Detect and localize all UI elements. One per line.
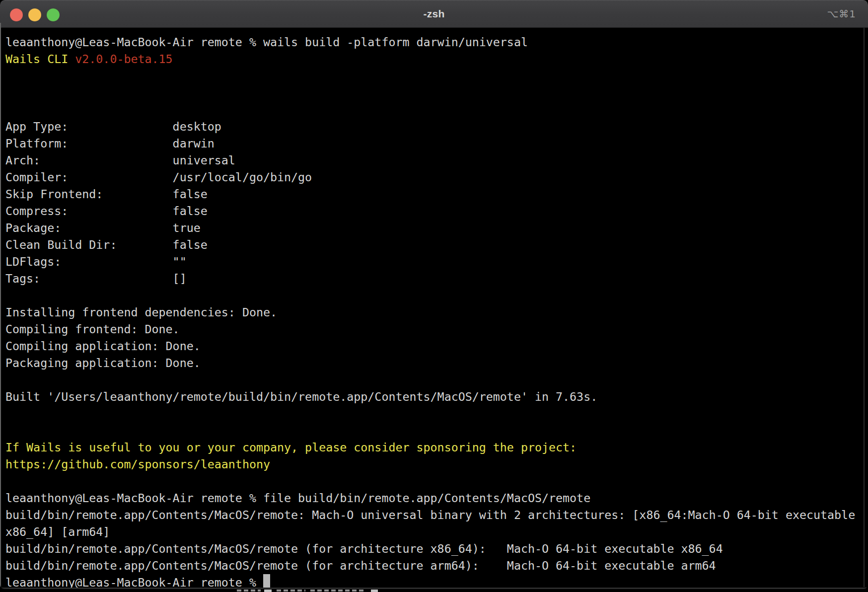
terminal-line: Wails CLI v2.0.0-beta.15 bbox=[5, 51, 868, 68]
terminal-line: App Type: desktop bbox=[5, 118, 868, 135]
terminal-line bbox=[5, 68, 868, 84]
keyboard-shortcut-badge: ⌥⌘1 bbox=[827, 0, 856, 28]
text-segment: Compiling application: Done. bbox=[5, 339, 201, 353]
terminal-line: build/bin/remote.app/Contents/MacOS/remo… bbox=[5, 557, 868, 574]
terminal-line: Clean Build Dir: false bbox=[5, 236, 868, 253]
text-segment: build/bin/remote.app/Contents/MacOS/remo… bbox=[5, 508, 855, 521]
text-segment: Compiler: /usr/local/go/bin/go bbox=[5, 170, 312, 184]
text-segment: Packaging application: Done. bbox=[5, 356, 201, 370]
terminal-line: leaanthony@Leas-MacBook-Air remote % fil… bbox=[5, 490, 868, 507]
window-titlebar[interactable]: -zsh ⌥⌘1 bbox=[0, 0, 868, 28]
text-segment: Compiling frontend: Done. bbox=[5, 322, 180, 336]
window-right-edge bbox=[864, 28, 865, 587]
text-segment: Arch: universal bbox=[5, 153, 235, 167]
background-window-sliver bbox=[237, 590, 386, 592]
background-window-text-fragment bbox=[264, 590, 272, 592]
terminal-line bbox=[5, 101, 868, 118]
terminal-line: Built '/Users/leaanthony/remote/build/bi… bbox=[5, 388, 868, 405]
text-segment: LDFlags: "" bbox=[5, 255, 187, 268]
terminal-line: Packaging application: Done. bbox=[5, 355, 868, 371]
text-segment: leaanthony@Leas-MacBook-Air remote % fil… bbox=[5, 491, 590, 505]
background-window-text-fragment bbox=[237, 590, 261, 592]
terminal-line: leaanthony@Leas-MacBook-Air remote % bbox=[5, 574, 868, 589]
terminal-line: https://github.com/sponsors/leaanthony bbox=[5, 456, 868, 473]
text-segment: build/bin/remote.app/Contents/MacOS/remo… bbox=[5, 559, 716, 572]
window-bottom-edge bbox=[0, 588, 868, 589]
text-segment: Clean Build Dir: false bbox=[5, 238, 208, 251]
terminal-line bbox=[5, 371, 868, 388]
text-segment: Wails CLI bbox=[5, 52, 75, 66]
terminal-line bbox=[5, 473, 868, 490]
terminal-line bbox=[5, 84, 868, 101]
text-segment: Installing frontend dependencies: Done. bbox=[5, 305, 277, 319]
terminal-line: Compress: false bbox=[5, 203, 868, 220]
terminal-line bbox=[5, 287, 868, 304]
terminal-line: Package: true bbox=[5, 220, 868, 236]
background-window-text-fragment bbox=[277, 590, 305, 592]
text-segment: App Type: desktop bbox=[5, 120, 221, 133]
terminal-line bbox=[5, 405, 868, 422]
terminal-line: build/bin/remote.app/Contents/MacOS/remo… bbox=[5, 540, 868, 557]
window-left-edge bbox=[0, 23, 1, 588]
text-segment: Built '/Users/leaanthony/remote/build/bi… bbox=[5, 390, 597, 403]
terminal-line bbox=[5, 422, 868, 439]
text-segment: leaanthony@Leas-MacBook-Air remote % wai… bbox=[5, 35, 528, 49]
terminal-cursor bbox=[263, 574, 270, 589]
terminal-line: Compiler: /usr/local/go/bin/go bbox=[5, 169, 868, 186]
text-segment: Compress: false bbox=[5, 204, 208, 218]
text-segment: Skip Frontend: false bbox=[5, 187, 208, 201]
background-window-text-fragment bbox=[310, 590, 365, 592]
terminal-line: Tags: [] bbox=[5, 270, 868, 287]
background-window-text-fragment bbox=[371, 590, 378, 592]
terminal-line: Arch: universal bbox=[5, 152, 868, 169]
text-segment: x86_64] [arm64] bbox=[5, 525, 110, 538]
terminal-screen[interactable]: leaanthony@Leas-MacBook-Air remote % wai… bbox=[0, 28, 868, 589]
terminal-line: build/bin/remote.app/Contents/MacOS/remo… bbox=[5, 507, 868, 523]
terminal-line: leaanthony@Leas-MacBook-Air remote % wai… bbox=[5, 34, 868, 51]
text-segment: Platform: darwin bbox=[5, 137, 215, 150]
terminal-line: If Wails is useful to you or your compan… bbox=[5, 439, 868, 456]
text-segment: If Wails is useful to you or your compan… bbox=[5, 441, 577, 454]
text-segment: Package: true bbox=[5, 221, 201, 234]
text-segment: leaanthony@Leas-MacBook-Air remote % bbox=[5, 576, 263, 589]
terminal-line: Skip Frontend: false bbox=[5, 186, 868, 203]
terminal-line: Compiling frontend: Done. bbox=[5, 321, 868, 338]
terminal-line: Compiling application: Done. bbox=[5, 338, 868, 355]
terminal-line: x86_64] [arm64] bbox=[5, 523, 868, 540]
terminal-window: -zsh ⌥⌘1 leaanthony@Leas-MacBook-Air rem… bbox=[0, 0, 868, 589]
text-segment: https://github.com/sponsors/leaanthony bbox=[5, 457, 270, 471]
text-segment: v2.0.0-beta.15 bbox=[75, 52, 172, 66]
window-title: -zsh bbox=[0, 0, 868, 28]
terminal-line: Platform: darwin bbox=[5, 135, 868, 152]
text-segment: Tags: [] bbox=[5, 272, 187, 285]
terminal-line: Installing frontend dependencies: Done. bbox=[5, 304, 868, 321]
text-segment: build/bin/remote.app/Contents/MacOS/remo… bbox=[5, 542, 723, 555]
terminal-line: LDFlags: "" bbox=[5, 253, 868, 270]
